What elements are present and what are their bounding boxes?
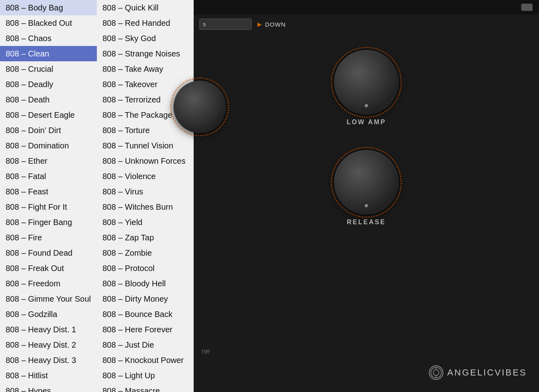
list-item-label: 808 – Take Away (102, 65, 163, 74)
brand-name: ANGELICVIBES (447, 367, 527, 378)
list-item-feast[interactable]: 808 – Feast (0, 184, 97, 199)
list-item-knockout-power[interactable]: 808 – Knockout Power (97, 352, 194, 368)
list-item-quick-kill[interactable]: 808 – Quick Kill (97, 0, 194, 15)
list-item-red-handed[interactable]: 808 – Red Handed (97, 15, 194, 31)
list-item-desert-eagle[interactable]: 808 – Desert Eagle (0, 107, 97, 123)
list-item-label: 808 – Clean (6, 49, 49, 58)
nav-arrow-icon[interactable]: ▶ (257, 21, 262, 27)
list-item-deadly[interactable]: 808 – Deadly (0, 77, 97, 92)
list-item-yield[interactable]: 808 – Yield (97, 215, 194, 230)
list-item-tunnel-vision[interactable]: 808 – Tunnel Vision (97, 138, 194, 153)
list-item-hitlist[interactable]: 808 – Hitlist (0, 368, 97, 383)
list-item-unknown-forces[interactable]: 808 – Unknown Forces (97, 153, 194, 169)
list-item-label: 808 – Hitlist (6, 371, 48, 380)
synth-topbar (194, 0, 539, 15)
list-item-label: 808 – Massacre (102, 386, 160, 392)
list-item-label: 808 – Heavy Dist. 1 (6, 325, 76, 334)
list-item-gimme-your-soul[interactable]: 808 – Gimme Your Soul (0, 291, 97, 307)
brand-logo-svg (430, 367, 442, 379)
list-item-label: 808 – Death (6, 95, 50, 104)
list-item-witches-burn[interactable]: 808 – Witches Burn (97, 199, 194, 215)
list-item-label: 808 – Desert Eagle (6, 111, 75, 120)
list-item-label: 808 – Blacked Out (6, 19, 72, 28)
list-item-heavy-dist-3[interactable]: 808 – Heavy Dist. 3 (0, 352, 97, 368)
list-item-fight-for-it[interactable]: 808 – Fight For It (0, 199, 97, 215)
list-item-virus[interactable]: 808 – Virus (97, 184, 194, 199)
low-amp-label: LOW AMP (347, 119, 386, 126)
nav-direction-label: DOWN (265, 21, 286, 28)
list-item-label: 808 – Fire (6, 233, 42, 242)
list-item-label: 808 – Torture (102, 126, 150, 135)
list-item-here-forever[interactable]: 808 – Here Forever (97, 322, 194, 337)
list-item-sky-god[interactable]: 808 – Sky God (97, 31, 194, 46)
list-item-just-die[interactable]: 808 – Just Die (97, 337, 194, 352)
list-item-label: 808 – Red Handed (102, 19, 170, 28)
preset-list-panel: 808 – Body Bag808 – Blacked Out808 – Cha… (0, 0, 194, 392)
partial-knob (173, 81, 226, 133)
list-item-freedom[interactable]: 808 – Freedom (0, 276, 97, 291)
list-item-death[interactable]: 808 – Death (0, 92, 97, 107)
list-item-doin-dirt[interactable]: 808 – Doin' Dirt (0, 123, 97, 138)
list-item-label: 808 – Light Up (102, 371, 155, 380)
list-item-bounce-back[interactable]: 808 – Bounce Back (97, 307, 194, 322)
list-item-label: 808 – Yield (102, 218, 142, 227)
list-item-label: 808 – Virus (102, 187, 143, 196)
list-item-label: 808 – Terrorized (102, 95, 161, 104)
list-item-label: 808 – Witches Burn (102, 202, 173, 212)
list-item-label: 808 – Violence (102, 172, 156, 181)
release-label: RELEASE (347, 219, 386, 226)
list-item-label: 808 – Chaos (6, 34, 51, 43)
list-item-clean[interactable]: 808 – Clean (0, 46, 97, 61)
list-item-heavy-dist-1[interactable]: 808 – Heavy Dist. 1 (0, 322, 97, 337)
list-item-label: 808 – Takeover (102, 80, 157, 89)
synth-panel: ▶ DOWN LOW AMP RELEASE ne (194, 0, 539, 392)
list-item-light-up[interactable]: 808 – Light Up (97, 368, 194, 383)
list-item-found-dead[interactable]: 808 – Found Dead (0, 245, 97, 261)
low-amp-group: LOW AMP (334, 50, 399, 126)
list-item-protocol[interactable]: 808 – Protocol (97, 261, 194, 276)
list-item-label: 808 – Tunnel Vision (102, 141, 173, 150)
list-item-label: 808 – Bloody Hell (102, 279, 166, 288)
synth-nav: ▶ DOWN (194, 15, 539, 34)
list-item-label: 808 – Zombie (102, 248, 152, 258)
list-item-label: 808 – Just Die (102, 340, 154, 350)
list-item-label: 808 – Body Bag (6, 3, 63, 13)
list-item-strange-noises[interactable]: 808 – Strange Noises (97, 46, 194, 61)
list-item-zap-tap[interactable]: 808 – Zap Tap (97, 230, 194, 245)
list-item-label: 808 – Gimme Your Soul (6, 294, 91, 304)
list-item-zombie[interactable]: 808 – Zombie (97, 245, 194, 261)
list-item-violence[interactable]: 808 – Violence (97, 169, 194, 184)
bottom-text: ne (202, 347, 210, 356)
list-item-body-bag[interactable]: 808 – Body Bag (0, 0, 97, 15)
list-columns: 808 – Body Bag808 – Blacked Out808 – Cha… (0, 0, 194, 392)
list-item-massacre[interactable]: 808 – Massacre (97, 383, 194, 392)
list-item-label: 808 – Bounce Back (102, 310, 172, 319)
list-item-bloody-hell[interactable]: 808 – Bloody Hell (97, 276, 194, 291)
list-item-label: 808 – Domination (6, 141, 69, 150)
list-item-label: 808 – The Package (102, 111, 172, 120)
list-item-crucial[interactable]: 808 – Crucial (0, 61, 97, 77)
list-item-freak-out[interactable]: 808 – Freak Out (0, 261, 97, 276)
list-item-fire[interactable]: 808 – Fire (0, 230, 97, 245)
list-item-label: 808 – Unknown Forces (102, 156, 186, 166)
list-item-take-away[interactable]: 808 – Take Away (97, 61, 194, 77)
list-item-finger-bang[interactable]: 808 – Finger Bang (0, 215, 97, 230)
list-item-godzilla[interactable]: 808 – Godzilla (0, 307, 97, 322)
list-item-label: 808 – Heavy Dist. 2 (6, 340, 76, 350)
list-item-dirty-money[interactable]: 808 – Dirty Money (97, 291, 194, 307)
list-item-label: 808 – Finger Bang (6, 218, 72, 227)
list-item-label: 808 – Feast (6, 187, 48, 196)
release-knob[interactable] (334, 150, 399, 215)
right-column: 808 – Quick Kill808 – Red Handed808 – Sk… (97, 0, 194, 392)
list-item-heavy-dist-2[interactable]: 808 – Heavy Dist. 2 (0, 337, 97, 352)
power-button[interactable] (521, 4, 533, 11)
list-item-fatal[interactable]: 808 – Fatal (0, 169, 97, 184)
search-input[interactable] (199, 19, 252, 30)
list-item-blacked-out[interactable]: 808 – Blacked Out (0, 15, 97, 31)
list-item-domination[interactable]: 808 – Domination (0, 138, 97, 153)
list-item-chaos[interactable]: 808 – Chaos (0, 31, 97, 46)
low-amp-knob[interactable] (334, 50, 399, 115)
list-item-label: 808 – Freedom (6, 279, 61, 288)
list-item-ether[interactable]: 808 – Ether (0, 153, 97, 169)
list-item-hypes[interactable]: 808 – Hypes (0, 383, 97, 392)
